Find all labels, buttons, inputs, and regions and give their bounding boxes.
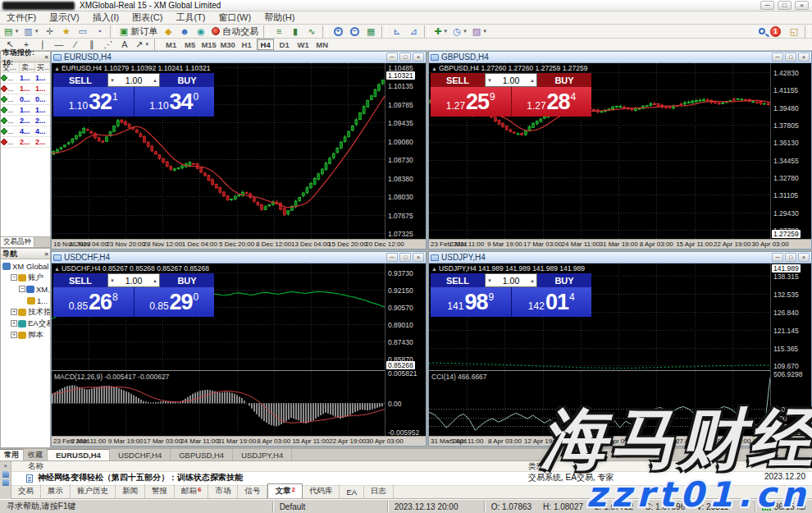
volume-input[interactable]: ▼1.00▲ [107,73,160,87]
buy-button[interactable]: BUY [537,73,591,87]
toolbar-button-line-chart[interactable]: ∿ [303,25,320,38]
close-chart-button[interactable]: × [798,53,810,62]
close-chart-button[interactable]: × [413,53,424,62]
toolbar-button-indicators[interactable]: ⊾ [389,25,405,38]
sell-button[interactable]: SELL [431,273,485,287]
buy-button[interactable]: BUY [160,273,214,287]
market-watch-row[interactable]: ...1...1... [1,73,50,84]
expand-icon[interactable]: + [11,332,17,338]
tree-item-ea-folder[interactable]: +EA交易 [1,318,50,329]
tab-symbols[interactable]: 交易品种 [1,237,34,247]
navigator-tab-常用[interactable]: 常用 [0,449,24,460]
volume-down-icon[interactable]: ▼ [110,278,115,283]
chart-title-bar[interactable]: USDCHF,H4─□× [52,252,426,263]
buy-button[interactable]: BUY [537,273,591,287]
terminal-tab-账户历史[interactable]: 账户历史 [71,484,116,498]
sell-price-cell[interactable]: 1.27259 [431,87,511,117]
toolbar-button-profiles[interactable]: ▥▼ [21,25,41,38]
chart-title-bar[interactable]: GBPUSD,H4─□× [429,52,811,63]
chart-tab-usdjpy[interactable]: USDJPY,H4 [233,449,292,460]
sell-price-cell[interactable]: 141989 [431,287,511,317]
timeframe-d1[interactable]: D1 [276,39,293,50]
chart-tab-usdchf[interactable]: USDCHF,H4 [110,449,171,460]
collapse-icon[interactable]: − [19,286,25,292]
chart-title-bar[interactable]: EURUSD,H4─□× [52,52,426,63]
expand-icon[interactable]: + [11,309,17,315]
sell-price-cell[interactable]: 0.85268 [53,287,134,317]
toolbar-button-bar-chart[interactable]: ≡ [271,25,287,38]
timeframe-m30[interactable]: M30 [219,39,236,50]
market-watch-row[interactable]: ...1...1... [1,84,50,94]
volume-input[interactable]: ▼1.00▲ [107,273,160,287]
timeframe-h1[interactable]: H1 [238,39,255,50]
menu-item[interactable]: 工具(T) [169,11,212,25]
maximize-chart-button[interactable]: □ [785,253,796,262]
article-row[interactable]: 神经网络变得轻松（第四十五部分）：训练状态探索技能 交易系统, EA交易, 专家… [11,472,812,484]
volume-down-icon[interactable]: ▼ [487,278,492,283]
tree-item-server[interactable]: −XM... [1,283,50,295]
toolbar-button-strategy-tester[interactable]: ◔ [91,25,107,38]
close-window-button[interactable]: × [795,1,809,10]
chart-plot-area[interactable]: ▲USDCHF,H4 0.85267 0.85268 0.85267 0.852… [52,263,385,436]
close-chart-button[interactable]: × [798,253,810,262]
notification-badge[interactable]: 1 [770,26,781,37]
terminal-tab-代码库[interactable]: 代码库 [303,484,340,498]
terminal-tab-信号[interactable]: 信号 [238,484,267,498]
market-watch-row[interactable]: ...2...2... [1,116,50,126]
toolbar-button-metaeditor[interactable]: ◆ [160,25,176,38]
toolbar-button-auto-trading[interactable]: 自动交易 [209,25,261,38]
maximize-chart-button[interactable]: □ [785,53,796,62]
timeframe-m15[interactable]: M15 [200,39,217,50]
tree-item-accounts[interactable]: −账户 [1,272,50,283]
toolbar-button-templates[interactable]: ▨▼ [470,25,490,38]
buy-price-cell[interactable]: 1.10340 [135,87,215,117]
tree-item-scripts-folder[interactable]: +脚本 [1,329,50,341]
tool-arrows-tool[interactable]: ↗▼ [133,38,152,51]
volume-input[interactable]: ▼1.00▲ [485,273,537,287]
terminal-tab-文章[interactable]: 文章2 [267,483,302,498]
volume-up-icon[interactable]: ▲ [530,78,535,83]
terminal-tab-展示[interactable]: 展示 [41,484,71,498]
minimize-chart-button[interactable]: ─ [386,53,398,62]
toolbar-button-navigator[interactable]: ★ [58,25,75,38]
terminal-tab-交易[interactable]: 交易 [11,484,41,498]
terminal-tab-新闻[interactable]: 新闻 [116,484,145,498]
volume-up-icon[interactable]: ▲ [153,78,157,83]
toolbar-button-tile-windows[interactable]: ▦ [363,25,379,38]
sell-button[interactable]: SELL [53,73,107,87]
buy-button[interactable]: BUY [160,73,214,87]
timeframe-m1[interactable]: M1 [162,39,180,50]
tree-item-account[interactable]: 1... [1,295,50,306]
tree-item-terminal[interactable]: XM Global [1,260,50,272]
menu-item[interactable]: 插入(I) [86,11,125,25]
sell-button[interactable]: SELL [431,73,485,87]
terminal-tab-日志[interactable]: 日志 [364,484,394,498]
navigator-tab-收藏[interactable]: 收藏 [24,449,48,460]
sell-button[interactable]: SELL [53,273,107,287]
profile-selector[interactable]: Default [272,502,387,512]
toolbar-button-add-indicator[interactable]: ✚▼ [431,25,450,38]
maximize-chart-button[interactable]: □ [399,253,411,262]
terminal-strip-icon[interactable] [2,479,9,486]
menu-item[interactable]: 显示(V) [43,11,86,25]
chart-plot-area[interactable]: ▲GBPUSD,H4 1.27260 1.27260 1.27259 1.272… [429,63,770,239]
tool-text-tool[interactable]: A [116,38,133,51]
tree-item-indicators-folder[interactable]: +技术指标 [1,306,50,318]
tool-trendline-tool[interactable]: ∕ [67,38,84,51]
chart-tab-gbpusd[interactable]: GBPUSD,H4 [171,449,233,460]
minimize-chart-button[interactable]: ─ [772,53,783,62]
menu-item[interactable]: 文件(F) [0,11,43,25]
chart-title-bar[interactable]: USDJPY,H4─□× [429,252,811,263]
tool-fibonacci-tool[interactable]: ⋰ [100,38,116,51]
terminal-tab-邮箱[interactable]: 邮箱6 [175,484,208,498]
menu-item[interactable]: 图表(C) [125,11,169,25]
search-icon[interactable] [759,28,765,34]
toolbar-button-zoom-in[interactable]: + [330,25,346,38]
market-watch-row[interactable]: ...0...0... [1,94,50,105]
timeframe-mn[interactable]: MN [313,39,331,50]
close-icon[interactable]: × [3,462,7,469]
volume-up-icon[interactable]: ▲ [530,278,535,283]
market-watch-row[interactable]: ...1...1... [1,105,50,116]
toolbar-button-new-chart[interactable]: ▤▼ [2,25,21,38]
terminal-tab-警报[interactable]: 警报 [145,484,175,498]
